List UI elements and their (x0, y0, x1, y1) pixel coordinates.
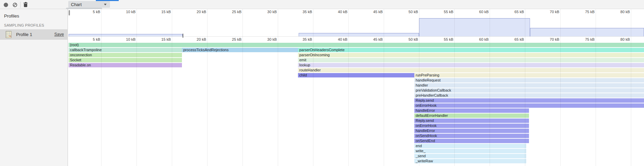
flame-bar-prevalidationcallback[interactable]: preValidationCallback (414, 88, 644, 93)
sidebar-title: Profiles (4, 13, 19, 19)
overview-allocation-area[interactable] (530, 28, 644, 36)
gridline (313, 9, 313, 166)
flamechart-ruler-label: 55 kB (434, 37, 453, 41)
flame-bar-handlerequest[interactable]: handleRequest (414, 78, 644, 82)
overview-ruler-label: 50 kB (399, 10, 418, 14)
view-mode-select[interactable]: Chart (68, 1, 110, 8)
flame-bar-onerrorhook[interactable]: onErrorHook (414, 103, 644, 108)
overview-ruler-label: 75 kB (576, 10, 595, 14)
flamechart-ruler-label: 50 kB (399, 37, 418, 41)
vertical-scrollbar-thumb[interactable] (69, 10, 70, 15)
flame-bar-root[interactable]: (root) (69, 43, 644, 47)
gridline (207, 9, 207, 166)
overview-ruler-label: 35 kB (293, 10, 312, 14)
toolbar-separator (20, 2, 21, 8)
flamechart-ruler-label: 70 kB (540, 37, 559, 41)
overview-ruler-label: 45 kB (364, 10, 383, 14)
flamechart-ruler-label: 20 kB (187, 37, 206, 41)
allocation-flame-chart[interactable]: 5 kB10 kB15 kB20 kB25 kB30 kB35 kB40 kB4… (68, 9, 644, 166)
flame-bar-onconnection[interactable]: onconnection (69, 53, 182, 57)
overview-ruler-label: 60 kB (470, 10, 489, 14)
flame-bar-send[interactable]: _send (414, 154, 526, 158)
flame-bar-parseronheaderscomplete[interactable]: parserOnHeadersComplete (298, 48, 644, 52)
flame-bar-handleerror[interactable]: handleError (414, 108, 529, 113)
flame-bar-routehandler[interactable]: routeHandler (298, 68, 644, 72)
flamechart-ruler-label: 25 kB (223, 37, 241, 41)
flame-bar-emit[interactable]: emit (298, 58, 644, 62)
flamechart-ruler-label: 15 kB (152, 37, 171, 41)
flame-bar-defaulterrorhandler[interactable]: defaultErrorHandler (414, 113, 529, 118)
overview-allocation-area[interactable] (299, 33, 419, 36)
flame-bar-parseronincoming[interactable]: parserOnIncoming (298, 53, 644, 57)
flame-bar-handler[interactable]: handler (414, 83, 644, 88)
sidebar: Profiles SAMPLING PROFILES % Profile 1 S… (0, 9, 68, 166)
flamechart-ruler-label: 80 kB (611, 37, 630, 41)
gridline (172, 9, 172, 166)
flame-bar-write[interactable]: write_ (414, 149, 526, 153)
flame-bar-writeraw[interactable]: _writeRaw (414, 159, 526, 163)
profile-icon: % (6, 31, 11, 38)
sampling-profiles-section-label: SAMPLING PROFILES (4, 23, 44, 27)
delete-profile-button[interactable] (22, 1, 29, 8)
flame-bar-reply-send[interactable]: Reply.send (414, 98, 644, 103)
flame-bar-readable-on[interactable]: Readable.on (69, 63, 182, 67)
flame-bar-callbacktrampoline[interactable]: callbackTrampoline (69, 48, 182, 52)
gridline (348, 9, 349, 166)
overview-ruler-label: 30 kB (258, 10, 277, 14)
flame-bar-prehandlercallback[interactable]: preHandlerCallback (414, 93, 644, 98)
flamechart-ruler-label: 35 kB (293, 37, 312, 41)
flamechart-ruler-label: 60 kB (470, 37, 489, 41)
view-mode-value: Chart (71, 2, 82, 7)
overview-ruler-label: 15 kB (152, 10, 171, 14)
gridline (137, 9, 137, 166)
gridline (278, 9, 278, 166)
flamechart-ruler-label: 30 kB (258, 37, 277, 41)
overview-ruler-label: 20 kB (187, 10, 206, 14)
clear-button[interactable] (11, 1, 18, 8)
flame-bar-reply-send[interactable]: Reply.send (414, 119, 529, 123)
save-link[interactable]: Save (54, 32, 64, 37)
flame-bar-runpreparsing[interactable]: runPreParsing (414, 73, 644, 77)
toolbar: Chart (0, 0, 644, 9)
record-button[interactable] (2, 1, 9, 8)
chevron-down-icon (104, 4, 107, 5)
sidebar-item-profile-1[interactable]: % Profile 1 Save (0, 29, 68, 40)
overview-ruler-label: 5 kB (81, 10, 100, 14)
record-icon (4, 3, 8, 7)
devtools-profiler-panel: Chart Profiles SAMPLING PROFILES % Profi… (0, 0, 644, 166)
overview-allocation-area[interactable] (419, 18, 530, 36)
flame-bar-end[interactable]: end (414, 144, 526, 148)
flame-bar-onsendhook[interactable]: onSendHook (414, 134, 529, 138)
overview-ruler-label: 80 kB (611, 10, 630, 14)
flamechart-ruler-label: 40 kB (329, 37, 347, 41)
flamechart-ruler-label: 5 kB (81, 37, 100, 41)
flame-bar-onerrorhook[interactable]: onErrorHook (414, 124, 529, 128)
overview-range-handle[interactable] (183, 34, 183, 38)
flamechart-ruler-label: 45 kB (364, 37, 383, 41)
overview-ruler-label: 10 kB (117, 10, 136, 14)
gridline (242, 9, 243, 166)
overview-ruler-label: 70 kB (540, 10, 559, 14)
flamechart-ruler-label: 65 kB (505, 37, 524, 41)
overview-ruler-label: 55 kB (434, 10, 453, 14)
flame-bar-onsendend[interactable]: onSendEnd (414, 139, 529, 143)
clear-icon (13, 3, 17, 7)
overview-ruler-label: 40 kB (329, 10, 347, 14)
flame-bar-lookup[interactable]: lookup (298, 63, 644, 67)
overview-ruler-label: 65 kB (505, 10, 524, 14)
flame-bar-processticksandrejections[interactable]: processTicksAndRejections (182, 48, 298, 52)
overview-allocation-area[interactable] (69, 34, 183, 36)
overview-ruler-label: 25 kB (223, 10, 241, 14)
flamechart-ruler-label: 75 kB (576, 37, 595, 41)
flame-bar-socket[interactable]: Socket (69, 58, 182, 62)
profile-name: Profile 1 (16, 32, 32, 37)
flamechart-ruler-label: 10 kB (117, 37, 136, 41)
flame-bar-child[interactable]: child (298, 73, 414, 77)
gridline (101, 9, 102, 166)
trash-icon (24, 2, 28, 7)
gridline (384, 9, 384, 166)
flame-bar-handleerror[interactable]: handleError (414, 129, 529, 133)
